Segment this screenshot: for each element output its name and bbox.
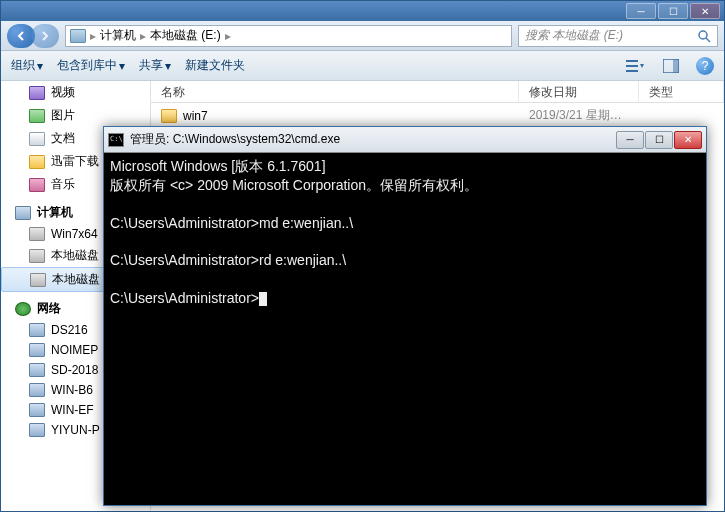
breadcrumb[interactable]: ▸ 计算机 ▸ 本地磁盘 (E:) ▸ <box>65 25 512 47</box>
dropdown-icon: ▾ <box>165 59 171 73</box>
search-placeholder: 搜索 本地磁盘 (E:) <box>525 27 623 44</box>
file-name: win7 <box>183 109 208 123</box>
preview-pane-button[interactable] <box>660 55 682 77</box>
sidebar-item-label: WIN-EF <box>51 403 94 417</box>
toolbar: 组织 ▾ 包含到库中 ▾ 共享 ▾ 新建文件夹 ? <box>1 51 724 81</box>
computer-icon <box>29 423 45 437</box>
sidebar-item-label: 本地磁盘 <box>52 271 100 288</box>
breadcrumb-root[interactable]: 计算机 <box>96 27 140 44</box>
search-input[interactable]: 搜索 本地磁盘 (E:) <box>518 25 718 47</box>
sidebar-item-label: WIN-B6 <box>51 383 93 397</box>
sidebar-item-label: 音乐 <box>51 176 75 193</box>
computer-icon <box>15 206 31 220</box>
new-folder-button[interactable]: 新建文件夹 <box>185 57 245 74</box>
drive-icon <box>29 249 45 263</box>
cmd-minimize-button[interactable]: ─ <box>616 131 644 149</box>
column-name[interactable]: 名称 <box>151 81 519 102</box>
nav-bar: ▸ 计算机 ▸ 本地磁盘 (E:) ▸ 搜索 本地磁盘 (E:) <box>1 21 724 51</box>
explorer-title-bar: ─ ☐ ✕ <box>1 1 724 21</box>
share-button[interactable]: 共享 ▾ <box>139 57 171 74</box>
help-button[interactable]: ? <box>696 57 714 75</box>
sidebar-item-label: 文档 <box>51 130 75 147</box>
svg-rect-4 <box>626 70 638 72</box>
search-icon <box>697 29 711 43</box>
sidebar-item-library[interactable]: 图片 <box>1 104 150 127</box>
computer-icon <box>29 323 45 337</box>
cmd-title-text: 管理员: C:\Windows\system32\cmd.exe <box>130 131 616 148</box>
svg-rect-2 <box>626 60 638 62</box>
drive-icon <box>29 227 45 241</box>
close-button[interactable]: ✕ <box>690 3 720 19</box>
cmd-close-button[interactable]: ✕ <box>674 131 702 149</box>
file-type <box>639 114 724 118</box>
sidebar-item-label: 本地磁盘 <box>51 247 99 264</box>
maximize-button[interactable]: ☐ <box>658 3 688 19</box>
video-icon <box>29 86 45 100</box>
svg-point-0 <box>699 31 707 39</box>
cmd-window: 管理员: C:\Windows\system32\cmd.exe ─ ☐ ✕ M… <box>103 126 707 506</box>
computer-icon <box>29 343 45 357</box>
sidebar-item-library[interactable]: 视频 <box>1 81 150 104</box>
breadcrumb-drive[interactable]: 本地磁盘 (E:) <box>146 27 225 44</box>
sidebar-item-label: 视频 <box>51 84 75 101</box>
sidebar-item-label: SD-2018 <box>51 363 98 377</box>
sidebar-item-label: Win7x64 <box>51 227 98 241</box>
view-options-button[interactable] <box>624 55 646 77</box>
cmd-maximize-button[interactable]: ☐ <box>645 131 673 149</box>
cmd-icon <box>108 133 124 147</box>
forward-button[interactable] <box>31 24 59 48</box>
pic-icon <box>29 109 45 123</box>
sidebar-item-label: 图片 <box>51 107 75 124</box>
sidebar-item-label: DS216 <box>51 323 88 337</box>
svg-rect-6 <box>673 59 679 73</box>
sidebar-item-label: 迅雷下载 <box>51 153 99 170</box>
svg-rect-3 <box>626 65 638 67</box>
svg-line-1 <box>706 38 710 42</box>
dropdown-icon: ▾ <box>37 59 43 73</box>
computer-icon <box>29 363 45 377</box>
dropdown-icon: ▾ <box>119 59 125 73</box>
folder-icon <box>29 155 45 169</box>
folder-icon <box>161 109 177 123</box>
column-type[interactable]: 类型 <box>639 81 724 102</box>
network-icon <box>15 302 31 316</box>
cmd-content: Microsoft Windows [版本 6.1.7601] 版权所有 <c>… <box>110 158 478 306</box>
cmd-title-bar[interactable]: 管理员: C:\Windows\system32\cmd.exe ─ ☐ ✕ <box>104 127 706 153</box>
drive-icon <box>70 29 86 43</box>
doc-icon <box>29 132 45 146</box>
organize-button[interactable]: 组织 ▾ <box>11 57 43 74</box>
cmd-body[interactable]: Microsoft Windows [版本 6.1.7601] 版权所有 <c>… <box>104 153 706 505</box>
breadcrumb-sep[interactable]: ▸ <box>225 29 231 43</box>
music-icon <box>29 178 45 192</box>
computer-icon <box>29 403 45 417</box>
cursor <box>259 292 267 306</box>
sidebar-item-label: YIYUN-P <box>51 423 100 437</box>
computer-icon <box>29 383 45 397</box>
include-library-button[interactable]: 包含到库中 ▾ <box>57 57 125 74</box>
minimize-button[interactable]: ─ <box>626 3 656 19</box>
sidebar-item-label: NOIMEP <box>51 343 98 357</box>
file-row[interactable]: win72019/3/21 星期… <box>151 103 724 128</box>
drive-icon <box>30 273 46 287</box>
file-date: 2019/3/21 星期… <box>519 105 639 126</box>
column-date[interactable]: 修改日期 <box>519 81 639 102</box>
file-header: 名称 修改日期 类型 <box>151 81 724 103</box>
